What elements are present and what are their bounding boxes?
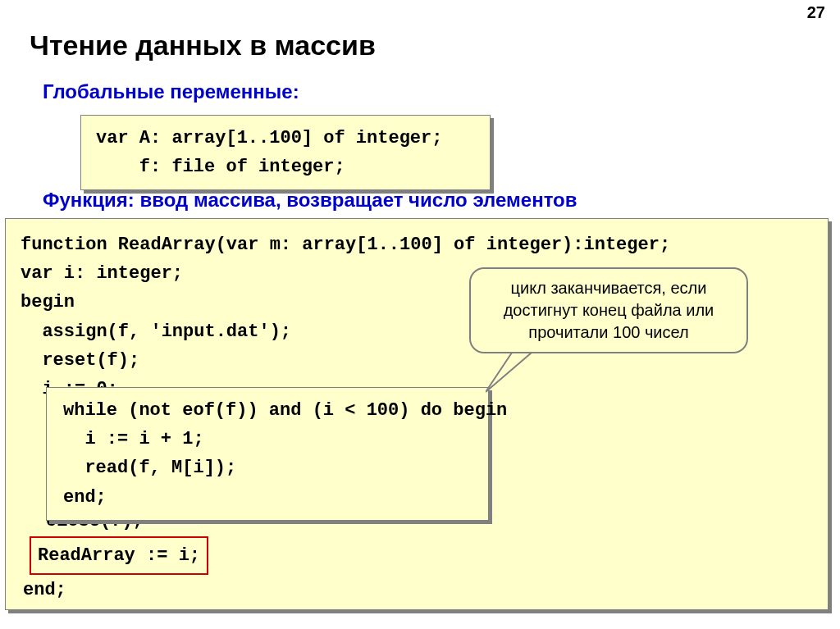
subtitle-globals: Глобальные переменные:	[43, 80, 299, 103]
codebox-inner-loop: while (not eof(f)) and (i < 100) do begi…	[46, 387, 489, 521]
callout-text: цикл заканчивается, если достигнут конец…	[504, 279, 714, 341]
code-result-text: ReadArray := i;	[38, 541, 200, 570]
code-inner-text: while (not eof(f)) and (i < 100) do begi…	[63, 396, 472, 512]
slide-title: Чтение данных в массив	[30, 30, 376, 62]
subtitle-function: Функция: ввод массива, возвращает число …	[43, 189, 577, 212]
page-number: 27	[807, 3, 825, 22]
result-highlight: ReadArray := i;	[30, 536, 208, 575]
callout-bubble: цикл заканчивается, если достигнут конец…	[469, 267, 748, 353]
codebox-globals: var A: array[1..100] of integer; f: file…	[80, 115, 491, 190]
code-globals-text: var A: array[1..100] of integer; f: file…	[96, 124, 475, 181]
code-end-line: end;	[23, 576, 66, 604]
